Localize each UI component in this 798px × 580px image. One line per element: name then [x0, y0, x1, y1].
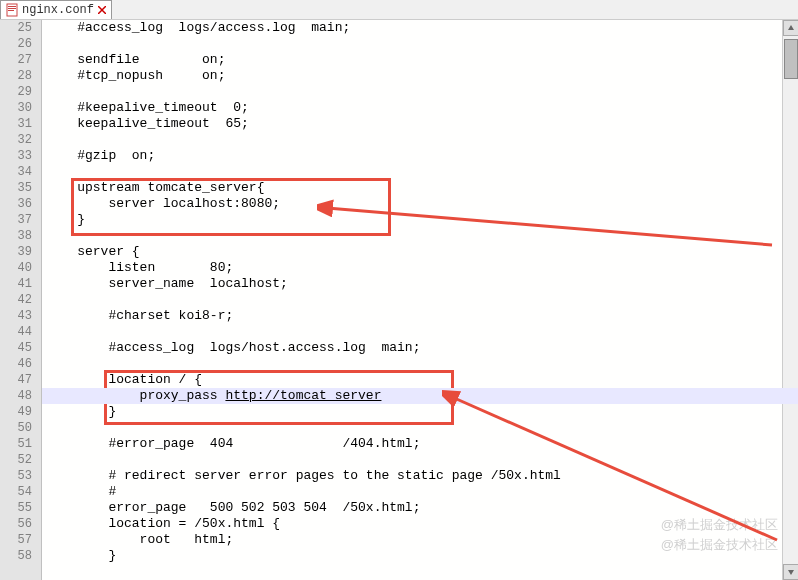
line-number: 50 [0, 420, 42, 436]
line-number: 26 [0, 36, 42, 52]
code-line [42, 356, 798, 372]
line-number: 55 [0, 500, 42, 516]
code-line: root html; [42, 532, 798, 548]
file-tab[interactable]: nginx.conf [0, 0, 112, 19]
code-line: } [42, 548, 798, 564]
line-number: 29 [0, 84, 42, 100]
line-number: 48 [0, 388, 42, 404]
tab-bar: nginx.conf [0, 0, 798, 20]
line-number: 28 [0, 68, 42, 84]
svg-rect-3 [8, 10, 14, 11]
code-line: #gzip on; [42, 148, 798, 164]
line-number: 25 [0, 20, 42, 36]
tab-name: nginx.conf [22, 3, 94, 17]
code-line [42, 324, 798, 340]
code-line [42, 164, 798, 180]
line-number: 56 [0, 516, 42, 532]
line-number: 42 [0, 292, 42, 308]
code-line: #keepalive_timeout 0; [42, 100, 798, 116]
line-number: 32 [0, 132, 42, 148]
code-line: listen 80; [42, 260, 798, 276]
file-icon [5, 3, 19, 17]
code-line: server_name localhost; [42, 276, 798, 292]
line-number: 34 [0, 164, 42, 180]
line-number: 45 [0, 340, 42, 356]
line-number: 53 [0, 468, 42, 484]
line-number: 39 [0, 244, 42, 260]
line-number: 47 [0, 372, 42, 388]
svg-rect-2 [8, 8, 16, 9]
svg-marker-11 [788, 570, 794, 575]
line-number: 51 [0, 436, 42, 452]
code-line: server localhost:8080; [42, 196, 798, 212]
code-line: proxy_pass http://tomcat_server [42, 388, 798, 404]
line-number: 27 [0, 52, 42, 68]
code-line: #tcp_nopush on; [42, 68, 798, 84]
code-line: sendfile on; [42, 52, 798, 68]
code-line: error_page 500 502 503 504 /50x.html; [42, 500, 798, 516]
code-line: keepalive_timeout 65; [42, 116, 798, 132]
url-text: http://tomcat_server [225, 388, 381, 403]
code-area[interactable]: @稀土掘金技术社区 @稀土掘金技术社区 #access_log logs/acc… [42, 20, 798, 580]
close-icon[interactable] [97, 5, 107, 15]
line-number: 46 [0, 356, 42, 372]
line-number: 38 [0, 228, 42, 244]
code-line [42, 84, 798, 100]
line-number: 58 [0, 548, 42, 564]
line-number: 36 [0, 196, 42, 212]
line-number: 35 [0, 180, 42, 196]
code-line: #charset koi8-r; [42, 308, 798, 324]
code-line: #access_log logs/access.log main; [42, 20, 798, 36]
code-line [42, 292, 798, 308]
line-number: 44 [0, 324, 42, 340]
line-number: 37 [0, 212, 42, 228]
line-number: 54 [0, 484, 42, 500]
line-number: 31 [0, 116, 42, 132]
code-line: location = /50x.html { [42, 516, 798, 532]
code-line: #error_page 404 /404.html; [42, 436, 798, 452]
code-line [42, 36, 798, 52]
line-number: 33 [0, 148, 42, 164]
code-line: upstream tomcate_server{ [42, 180, 798, 196]
scroll-down-icon[interactable] [783, 564, 798, 580]
code-line [42, 420, 798, 436]
code-line [42, 132, 798, 148]
line-number: 57 [0, 532, 42, 548]
code-line: } [42, 404, 798, 420]
line-number: 30 [0, 100, 42, 116]
code-line: #access_log logs/host.access.log main; [42, 340, 798, 356]
code-line: server { [42, 244, 798, 260]
line-number: 43 [0, 308, 42, 324]
code-line: # [42, 484, 798, 500]
line-number: 49 [0, 404, 42, 420]
line-number: 40 [0, 260, 42, 276]
svg-rect-1 [8, 6, 16, 7]
editor: 2526272829303132333435363738394041424344… [0, 20, 798, 580]
line-number: 41 [0, 276, 42, 292]
code-line: } [42, 212, 798, 228]
code-line [42, 228, 798, 244]
code-line: # redirect server error pages to the sta… [42, 468, 798, 484]
code-line: location / { [42, 372, 798, 388]
code-line [42, 452, 798, 468]
line-number: 52 [0, 452, 42, 468]
line-number-gutter: 2526272829303132333435363738394041424344… [0, 20, 42, 580]
